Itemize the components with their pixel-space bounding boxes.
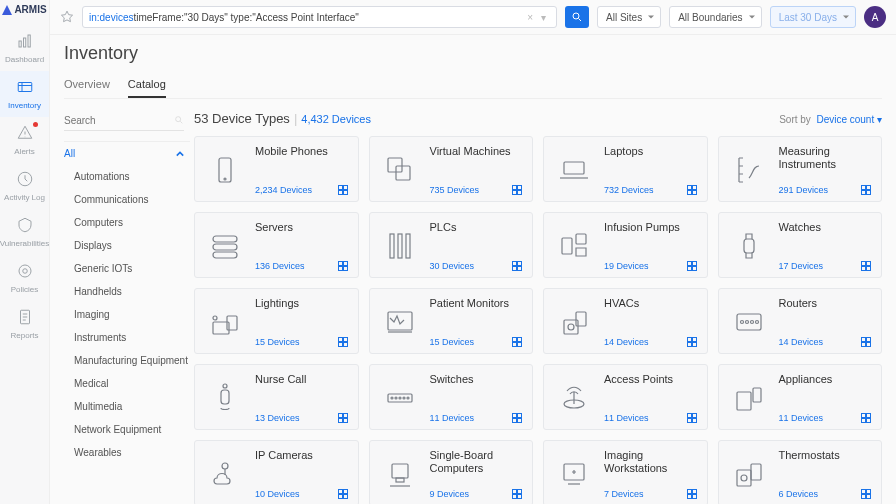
device-count-link[interactable]: 2,234 Devices xyxy=(255,185,312,195)
category-item[interactable]: Generic IOTs xyxy=(64,257,190,280)
device-type-card[interactable]: Appliances11 Devices xyxy=(718,364,883,430)
devices-total-link[interactable]: 4,432 Devices xyxy=(301,113,371,125)
grid-view-icon[interactable] xyxy=(338,185,348,195)
device-count-link[interactable]: 291 Devices xyxy=(779,185,829,195)
device-type-card[interactable]: Infusion Pumps19 Devices xyxy=(543,212,708,278)
device-count-link[interactable]: 735 Devices xyxy=(430,185,480,195)
category-item[interactable]: Multimedia xyxy=(64,395,190,418)
grid-view-icon[interactable] xyxy=(861,185,871,195)
device-count-link[interactable]: 19 Devices xyxy=(604,261,649,271)
nav-reports[interactable]: Reports xyxy=(0,301,49,347)
tab-overview[interactable]: Overview xyxy=(64,72,110,98)
device-type-card[interactable]: Patient Monitors15 Devices xyxy=(369,288,534,354)
grid-view-icon[interactable] xyxy=(338,413,348,423)
left-nav: ARMIS DashboardInventoryAlertsActivity L… xyxy=(0,0,50,504)
device-type-card[interactable]: Imaging Workstations7 Devices xyxy=(543,440,708,504)
grid-view-icon[interactable] xyxy=(861,337,871,347)
tab-catalog[interactable]: Catalog xyxy=(128,72,166,98)
grid-view-icon[interactable] xyxy=(512,489,522,499)
category-item[interactable]: Medical xyxy=(64,372,190,395)
user-avatar[interactable]: A xyxy=(864,6,886,28)
grid-view-icon[interactable] xyxy=(861,413,871,423)
category-search-input[interactable] xyxy=(64,111,184,131)
nav-vulnerabilities[interactable]: Vulnerabilities xyxy=(0,209,49,255)
sort-dropdown[interactable]: Device count ▾ xyxy=(816,114,882,125)
search-button[interactable] xyxy=(565,6,589,28)
device-type-card[interactable]: Watches17 Devices xyxy=(718,212,883,278)
device-type-card[interactable]: Nurse Call13 Devices xyxy=(194,364,359,430)
device-count-link[interactable]: 732 Devices xyxy=(604,185,654,195)
category-item[interactable]: Computers xyxy=(64,211,190,234)
device-count-link[interactable]: 15 Devices xyxy=(430,337,475,347)
category-all[interactable]: All xyxy=(64,142,184,165)
device-type-card[interactable]: HVACs14 Devices xyxy=(543,288,708,354)
category-item[interactable]: Automations xyxy=(64,165,190,188)
category-item[interactable]: Network Equipment xyxy=(64,418,190,441)
category-item[interactable]: Manufacturing Equipment xyxy=(64,349,190,372)
nav-dashboard[interactable]: Dashboard xyxy=(0,25,49,71)
timeframe-dropdown[interactable]: Last 30 Days xyxy=(770,6,856,28)
svg-rect-96 xyxy=(513,414,517,418)
category-item[interactable]: Handhelds xyxy=(64,280,190,303)
device-count-link[interactable]: 30 Devices xyxy=(430,261,475,271)
grid-view-icon[interactable] xyxy=(861,489,871,499)
device-type-card[interactable]: Virtual Machines735 Devices xyxy=(369,136,534,202)
device-count-link[interactable]: 14 Devices xyxy=(779,337,824,347)
category-item[interactable]: Displays xyxy=(64,234,190,257)
device-type-card[interactable]: Routers14 Devices xyxy=(718,288,883,354)
grid-view-icon[interactable] xyxy=(687,337,697,347)
grid-view-icon[interactable] xyxy=(512,337,522,347)
query-chevron-icon[interactable]: ▾ xyxy=(537,12,550,23)
device-type-card[interactable]: IP Cameras10 Devices xyxy=(194,440,359,504)
category-item[interactable]: Imaging xyxy=(64,303,190,326)
grid-view-icon[interactable] xyxy=(687,185,697,195)
grid-view-icon[interactable] xyxy=(512,261,522,271)
device-count-link[interactable]: 9 Devices xyxy=(430,489,470,499)
device-count-link[interactable]: 17 Devices xyxy=(779,261,824,271)
sites-dropdown[interactable]: All Sites xyxy=(597,6,661,28)
grid-view-icon[interactable] xyxy=(338,489,348,499)
card-title: Single-Board Computers xyxy=(430,449,523,475)
nav-activity[interactable]: Activity Log xyxy=(0,163,49,209)
device-type-card[interactable]: Single-Board Computers9 Devices xyxy=(369,440,534,504)
favorite-star-icon[interactable] xyxy=(60,10,74,24)
device-count-link[interactable]: 6 Devices xyxy=(779,489,819,499)
grid-view-icon[interactable] xyxy=(512,185,522,195)
device-type-card[interactable]: Laptops732 Devices xyxy=(543,136,708,202)
device-type-card[interactable]: Servers136 Devices xyxy=(194,212,359,278)
nav-alerts[interactable]: Alerts xyxy=(0,117,49,163)
grid-view-icon[interactable] xyxy=(512,413,522,423)
device-type-card[interactable]: PLCs30 Devices xyxy=(369,212,534,278)
device-count-link[interactable]: 11 Devices xyxy=(779,413,824,423)
device-type-card[interactable]: Lightings15 Devices xyxy=(194,288,359,354)
category-item[interactable]: Communications xyxy=(64,188,190,211)
clear-query-icon[interactable]: × xyxy=(523,12,537,23)
device-count-link[interactable]: 7 Devices xyxy=(604,489,644,499)
svg-rect-24 xyxy=(692,186,696,190)
boundaries-dropdown[interactable]: All Boundaries xyxy=(669,6,761,28)
grid-view-icon[interactable] xyxy=(687,261,697,271)
nav-policies[interactable]: Policies xyxy=(0,255,49,301)
device-count-link[interactable]: 15 Devices xyxy=(255,337,300,347)
grid-view-icon[interactable] xyxy=(861,261,871,271)
device-count-link[interactable]: 14 Devices xyxy=(604,337,649,347)
device-count-link[interactable]: 11 Devices xyxy=(604,413,649,423)
device-count-link[interactable]: 13 Devices xyxy=(255,413,300,423)
device-type-card[interactable]: Measuring Instruments291 Devices xyxy=(718,136,883,202)
device-count-link[interactable]: 11 Devices xyxy=(430,413,475,423)
search-query-input[interactable]: in:devices timeFrame:"30 Days" type:"Acc… xyxy=(82,6,557,28)
category-item[interactable]: Wearables xyxy=(64,441,190,464)
category-item[interactable]: Instruments xyxy=(64,326,190,349)
grid-view-icon[interactable] xyxy=(338,337,348,347)
device-type-card[interactable]: Thermostats6 Devices xyxy=(718,440,883,504)
grid-view-icon[interactable] xyxy=(687,489,697,499)
device-type-card[interactable]: Access Points11 Devices xyxy=(543,364,708,430)
device-type-card[interactable]: Mobile Phones2,234 Devices xyxy=(194,136,359,202)
svg-point-58 xyxy=(213,316,217,320)
nav-inventory[interactable]: Inventory xyxy=(0,71,49,117)
device-count-link[interactable]: 10 Devices xyxy=(255,489,300,499)
grid-view-icon[interactable] xyxy=(687,413,697,423)
device-count-link[interactable]: 136 Devices xyxy=(255,261,305,271)
device-type-card[interactable]: Switches11 Devices xyxy=(369,364,534,430)
grid-view-icon[interactable] xyxy=(338,261,348,271)
